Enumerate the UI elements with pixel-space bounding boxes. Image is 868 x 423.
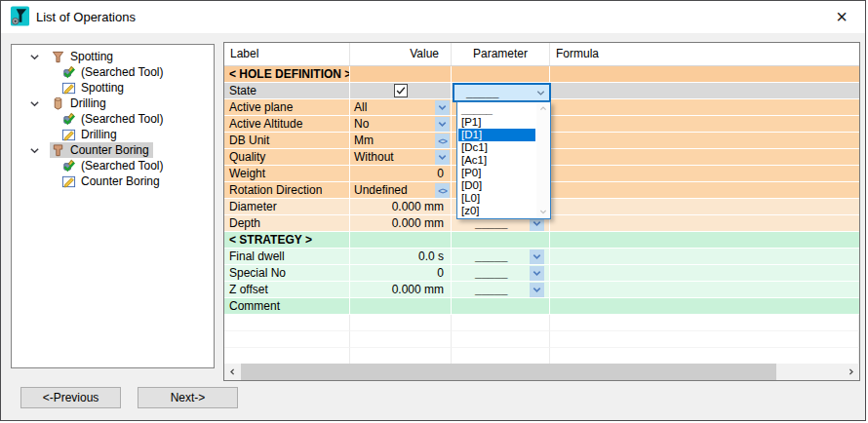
row-parameter: _____ (452, 249, 550, 265)
row-value-text: 0 (433, 266, 451, 280)
tree-item-body[interactable]: Spotting (50, 49, 117, 64)
dropdown-option-p1[interactable]: [P1] (458, 116, 535, 129)
row-parameter (452, 232, 550, 249)
row-formula (550, 66, 859, 83)
row-formula (550, 298, 859, 315)
dropdown-option-l0[interactable]: [L0] (458, 192, 535, 205)
tree-item-searched-tool[interactable]: (Searched Tool) (12, 158, 214, 173)
row-formula (550, 116, 859, 133)
edit-icon (60, 81, 76, 96)
chevron-down-icon[interactable] (28, 144, 40, 156)
chevron-down-icon[interactable] (533, 86, 548, 100)
chevron-down-icon[interactable] (28, 51, 40, 62)
chevron-down-icon[interactable] (28, 97, 40, 109)
table-row-empty (224, 348, 859, 365)
edit-icon (60, 174, 76, 189)
parameter-combobox-open[interactable]: _____ (453, 83, 551, 102)
parameter-dropdown-button[interactable] (530, 250, 544, 264)
tree-item-label: (Searched Tool) (81, 111, 164, 127)
row-formula (550, 265, 859, 282)
value-spinner-button[interactable]: <> (435, 183, 450, 198)
table-row-hole-definition[interactable]: < HOLE DEFINITION > (224, 66, 859, 83)
row-formula (550, 133, 859, 149)
row-value-text: 0.0 s (414, 250, 451, 263)
table-row-special-no[interactable]: Special No0_____ (224, 265, 859, 282)
dropdown-option-ac1[interactable]: [Ac1] (458, 154, 535, 167)
table-row-empty (224, 331, 859, 348)
tree-item-drilling[interactable]: Drilling (12, 96, 214, 111)
scroll-down-icon[interactable] (536, 208, 549, 216)
combobox-value: _____ (466, 89, 533, 96)
scroll-left-icon[interactable] (224, 364, 241, 380)
tree-item-spotting[interactable]: Spotting (12, 80, 214, 96)
tree-item-counter-boring[interactable]: Counter Boring (12, 173, 214, 189)
value-dropdown-button[interactable] (435, 117, 450, 132)
previous-button[interactable]: <-Previous (20, 387, 121, 408)
tree-item-label: (Searched Tool) (81, 64, 164, 80)
row-value-text: 0.000 mm (388, 283, 451, 296)
searched-tool-icon (60, 112, 76, 127)
row-value-text: 0.000 mm (388, 200, 451, 213)
table-row-comment[interactable]: Comment (224, 298, 859, 315)
empty-cell (452, 331, 550, 348)
dropdown-option-blank[interactable]: _____ (458, 103, 535, 116)
dropdown-option-d1[interactable]: [D1] (458, 129, 535, 141)
empty-cell (224, 348, 350, 365)
row-label: State (224, 83, 350, 99)
searched-tool-icon (60, 65, 76, 80)
tree-item-searched-tool[interactable]: (Searched Tool) (12, 111, 214, 127)
window-title: List of Operations (36, 1, 136, 33)
tree-item-body[interactable]: Counter Boring (50, 142, 153, 158)
row-formula (550, 83, 859, 99)
value-spinner-button[interactable]: <> (435, 134, 450, 148)
row-formula (550, 249, 859, 265)
row-label: Diameter (224, 199, 350, 215)
row-value (350, 83, 452, 99)
scroll-up-icon[interactable] (536, 104, 549, 113)
scrollbar-thumb[interactable] (241, 364, 776, 380)
row-label: Z offset (224, 282, 350, 298)
next-button[interactable]: Next-> (138, 387, 238, 408)
row-label: Comment (224, 298, 350, 315)
tree-item-body[interactable]: Drilling (50, 96, 110, 111)
parameter-dropdown-button[interactable] (530, 283, 544, 297)
close-button[interactable]: × (824, 3, 859, 30)
value-dropdown-button[interactable] (435, 150, 450, 165)
row-value: Without (350, 149, 452, 166)
column-header-label: Label (224, 43, 350, 65)
row-parameter: _____ (452, 282, 550, 298)
empty-cell (550, 315, 859, 331)
searched-tool-icon (60, 159, 76, 173)
table-row-strategy[interactable]: < STRATEGY > (224, 232, 859, 249)
row-value (350, 232, 452, 249)
table-row-z-offset[interactable]: Z offset0.000 mm_____ (224, 282, 859, 298)
table-row-final-dwell[interactable]: Final dwell0.0 s_____ (224, 249, 859, 265)
dropdown-option-p0[interactable]: [P0] (458, 167, 535, 179)
scroll-right-icon[interactable] (843, 364, 859, 380)
horizontal-scrollbar[interactable] (224, 364, 859, 380)
parameter-dropdown-button[interactable] (530, 266, 544, 281)
tree-item-searched-tool[interactable]: (Searched Tool) (12, 64, 214, 80)
dropdown-option-dc1[interactable]: [Dc1] (458, 141, 535, 154)
row-formula (550, 215, 859, 232)
row-value-text: No (350, 117, 369, 131)
row-label: < HOLE DEFINITION > (224, 66, 350, 83)
row-label: Final dwell (224, 249, 350, 265)
row-label: Active plane (224, 99, 350, 116)
column-header-formula: Formula (550, 43, 859, 65)
tree-item-label: Drilling (81, 127, 117, 142)
dropdown-option-z0[interactable]: [z0] (458, 205, 535, 217)
dropdown-option-d0[interactable]: [D0] (458, 179, 535, 192)
operations-tree: Spotting(Searched Tool)SpottingDrilling(… (11, 44, 215, 368)
tree-item-drilling[interactable]: Drilling (12, 127, 214, 142)
state-checkbox[interactable] (394, 84, 408, 97)
value-dropdown-button[interactable] (435, 100, 450, 115)
row-value: 0.000 mm (350, 215, 452, 232)
dropdown-scrollbar[interactable] (536, 103, 549, 217)
parameter-dropdown-list: _____[P1][D1][Dc1][Ac1][P0][D0][L0][z0] (456, 101, 551, 219)
tree-item-spotting[interactable]: Spotting (12, 49, 214, 64)
row-value-text: Undefined (350, 183, 408, 197)
tree-item-counter-boring[interactable]: Counter Boring (12, 142, 214, 158)
row-value: 0.000 mm (350, 282, 452, 298)
empty-cell (350, 331, 452, 348)
